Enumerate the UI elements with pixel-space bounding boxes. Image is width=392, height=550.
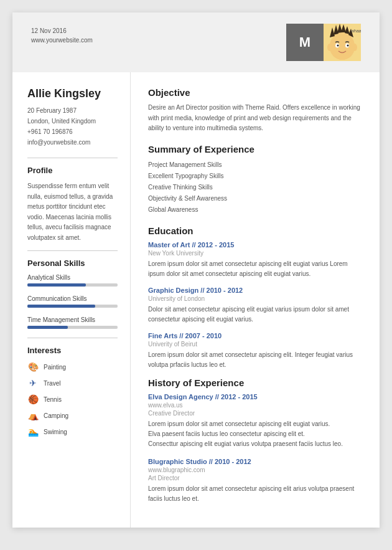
applicant-name: Allie Kingsley [27,87,118,100]
skill-bar-bg [27,283,118,287]
svg-point-13 [347,45,349,47]
header-date: 12 Nov 2016 [31,27,93,34]
skills-title: Personal Skills [27,258,118,268]
profile-text: Suspendisse ferm entum velit nulla, euis… [27,181,118,243]
exp-desc: Lorem ipsum dolor sit amet consectetur a… [148,484,365,504]
header: 12 Nov 2016 www.yourwebsite.com M [12,12,380,72]
education-container: Master of Art // 2012 - 2015 New York Un… [148,241,365,370]
exp-role: Creative Director [148,410,365,417]
right-column: Objective Desire an Art Director positio… [131,72,380,528]
contact-location: London, United Kingdom [27,116,118,126]
summary-item: Creative Thinking Skills [148,182,365,193]
svg-point-9 [330,35,355,60]
interest-icon: 🎨 [27,361,39,372]
interest-item: 🏀 Tennis [27,394,118,405]
divider-3 [27,338,118,338]
skill-bar-fill [27,326,68,329]
summary-title: Summary of Experience [148,144,365,154]
objective-text: Desire an Art Director position with The… [148,103,365,134]
edu-desc: Lorem ipsum dolor sit amet consectetur a… [148,259,365,279]
interest-label: Swiming [44,429,67,435]
summary-item: Objectivity & Self Awareness [148,193,365,204]
edu-title: Graphic Design // 2010 - 2012 [148,287,365,294]
edu-school: Univerity of Beirut [148,341,365,348]
skill-bar-fill [27,305,95,308]
avatar-cartoon: whaa?! [324,24,361,61]
edu-desc: Dolor sit amet consectetur apiscing elit… [148,305,365,325]
interest-icon: 🏀 [27,394,39,405]
contact-email: info@yourwebsite.com [27,137,118,148]
contact-phone: +961 70 196876 [27,126,118,137]
interest-icon: ✈ [27,377,39,389]
interest-label: Camping [44,412,68,419]
skill-item: Communication Skills [27,295,118,308]
skill-bar-bg [27,305,118,308]
interests-list: 🎨 Painting ✈ Travel 🏀 Tennis ⛺ Camping 🏊… [27,361,118,437]
education-entry: Master of Art // 2012 - 2015 New York Un… [148,241,365,279]
skill-item: Time Management Skills [27,316,118,329]
left-column: Allie Kingsley 20 February 1987 London, … [12,72,131,528]
edu-desc: Lorem ipsum dolor sit amet consectetur a… [148,350,365,370]
cartoon-svg: whaa?! [324,24,361,61]
interest-label: Painting [44,364,66,371]
edu-title: Fine Arts // 2007 - 2010 [148,332,365,339]
svg-marker-2 [334,25,338,35]
svg-marker-1 [330,27,335,37]
summary-item: Project Management Skills [148,159,365,171]
skill-bar-bg [27,326,118,329]
exp-role: Art Director [148,475,365,481]
skills-container: Analytical Skills Communication Skills T… [27,274,118,329]
history-container: Elva Design Agency // 2012 - 2015 www.el… [148,393,365,504]
interest-label: Travel [44,380,60,387]
svg-marker-5 [345,26,350,34]
interest-item: 🏊 Swiming [27,426,118,437]
profile-title: Profile [27,166,118,175]
divider-1 [27,158,118,158]
exp-title: Elva Design Agency // 2012 - 2015 [148,393,365,401]
interest-icon: 🏊 [27,426,39,437]
summary-list: Project Management SkillsExcellent Typog… [148,159,365,216]
avatar-initial: M [286,24,324,61]
contact-info: 20 February 1987 London, United Kingdom … [27,105,118,148]
header-website: www.yourwebsite.com [31,37,93,44]
exp-title: Blugraphic Studio // 2010 - 2012 [148,458,365,465]
svg-text:whaa?!: whaa?! [350,29,361,33]
interests-title: Interests [27,346,118,355]
experience-entry: Blugraphic Studio // 2010 - 2012 www.blu… [148,458,365,504]
main-content: Allie Kingsley 20 February 1987 London, … [12,72,380,528]
interest-icon: ⛺ [27,410,39,421]
skill-item: Analytical Skills [27,274,118,287]
exp-website: www.elva.us [148,402,365,409]
contact-birthday: 20 February 1987 [27,105,118,116]
objective-title: Objective [148,87,365,98]
resume-page: 12 Nov 2016 www.yourwebsite.com M [12,12,380,528]
summary-item: Global Awareness [148,204,365,216]
edu-school: University of London [148,295,365,302]
education-entry: Fine Arts // 2007 - 2010 Univerity of Be… [148,332,365,370]
divider-2 [27,250,118,251]
exp-website: www.blugraphic.com [148,467,365,473]
svg-marker-4 [341,24,346,32]
skill-bar-fill [27,283,86,287]
skill-label: Communication Skills [27,295,118,302]
skill-label: Time Management Skills [27,316,118,323]
header-right: M [286,24,361,61]
interest-item: ✈ Travel [27,377,118,389]
exp-desc: Lorem ipsum dolor sit amet consectetur a… [148,419,365,449]
summary-item: Excellent Typography Skills [148,171,365,182]
experience-entry: Elva Design Agency // 2012 - 2015 www.el… [148,393,365,449]
education-title: Education [148,225,365,236]
interest-item: ⛺ Camping [27,410,118,421]
edu-title: Master of Art // 2012 - 2015 [148,241,365,249]
edu-school: New York University [148,250,365,257]
svg-point-12 [337,45,339,47]
interest-item: 🎨 Painting [27,361,118,372]
skill-label: Analytical Skills [27,274,118,281]
interest-label: Tennis [44,396,62,403]
education-entry: Graphic Design // 2010 - 2012 University… [148,287,365,325]
history-title: History of Experience [148,377,365,388]
header-left: 12 Nov 2016 www.yourwebsite.com [31,24,93,44]
